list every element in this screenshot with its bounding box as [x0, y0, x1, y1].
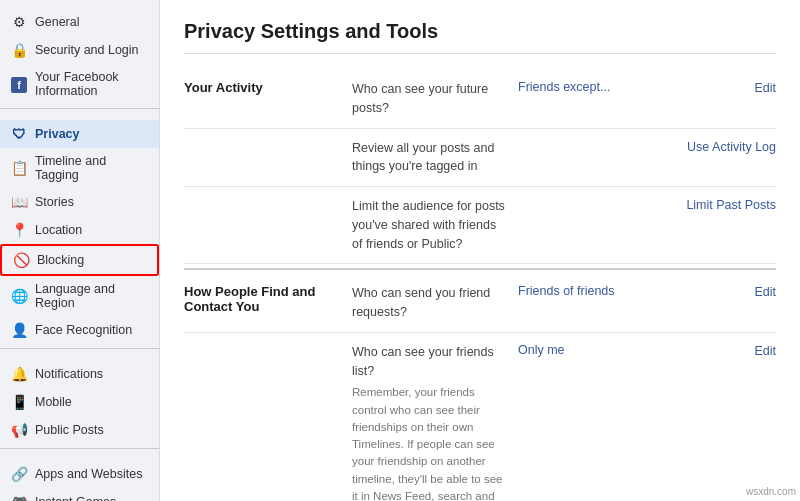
sidebar-label-language: Language and Region	[35, 282, 149, 310]
sidebar-item-face[interactable]: 👤Face Recognition	[0, 316, 159, 344]
row-description-activity-log: Review all your posts and things you're …	[352, 139, 510, 177]
row-action-friends-list[interactable]: Edit	[754, 344, 776, 358]
sidebar-icon-mobile: 📱	[10, 394, 28, 410]
sidebar-item-notifications[interactable]: 🔔Notifications	[0, 360, 159, 388]
sidebar-label-privacy: Privacy	[35, 127, 79, 141]
row-desc-text-future-posts: Who can see your future posts?	[352, 80, 510, 118]
sidebar-label-general: General	[35, 15, 79, 29]
sidebar-label-face: Face Recognition	[35, 323, 132, 337]
row-desc-text-activity-log: Review all your posts and things you're …	[352, 139, 510, 177]
sidebar-icon-stories: 📖	[10, 194, 28, 210]
sidebar-item-stories[interactable]: 📖Stories	[0, 188, 159, 216]
sidebar-icon-facebook-info: f	[10, 76, 28, 93]
settings-container: Your ActivityWho can see your future pos…	[184, 70, 776, 501]
settings-row-friends-list: Who can see your friends list?Remember, …	[184, 333, 776, 501]
sidebar-icon-location: 📍	[10, 222, 28, 238]
row-desc-text-friends-list: Who can see your friends list?	[352, 343, 510, 381]
row-action-activity-log[interactable]: Use Activity Log	[687, 140, 776, 154]
sidebar-icon-blocking: 🚫	[12, 252, 30, 268]
sidebar-label-timeline: Timeline and Tagging	[35, 154, 149, 182]
sidebar-label-security: Security and Login	[35, 43, 139, 57]
sidebar-item-blocking[interactable]: 🚫Blocking	[0, 244, 159, 276]
sidebar-icon-apps: 🔗	[10, 466, 28, 482]
section-divider-0	[184, 268, 776, 270]
row-value-friend-requests: Friends of friends	[518, 284, 648, 298]
sidebar-item-public-posts[interactable]: 📢Public Posts	[0, 416, 159, 444]
sidebar-label-public-posts: Public Posts	[35, 423, 104, 437]
row-action-col-friends-list: Edit	[656, 343, 776, 358]
sidebar-item-mobile[interactable]: 📱Mobile	[0, 388, 159, 416]
sidebar-item-location[interactable]: 📍Location	[0, 216, 159, 244]
sidebar: ⚙General🔒Security and LoginfYour Faceboo…	[0, 0, 160, 501]
row-value-future-posts: Friends except...	[518, 80, 648, 94]
sidebar-item-timeline[interactable]: 📋Timeline and Tagging	[0, 148, 159, 188]
row-action-col-activity-log: Use Activity Log	[656, 139, 776, 154]
sidebar-icon-face: 👤	[10, 322, 28, 338]
sidebar-label-apps: Apps and Websites	[35, 467, 142, 481]
row-extra-desc-friends-list: Remember, your friends control who can s…	[352, 384, 510, 501]
watermark: wsxdn.com	[746, 486, 796, 497]
sidebar-item-language[interactable]: 🌐Language and Region	[0, 276, 159, 316]
main-content: Privacy Settings and Tools Your Activity…	[160, 0, 800, 501]
sidebar-icon-timeline: 📋	[10, 160, 28, 176]
row-action-friend-requests[interactable]: Edit	[754, 285, 776, 299]
sidebar-icon-general: ⚙	[10, 14, 28, 30]
row-action-future-posts[interactable]: Edit	[754, 81, 776, 95]
settings-row-limit-past: Limit the audience for posts you've shar…	[184, 187, 776, 264]
sidebar-icon-public-posts: 📢	[10, 422, 28, 438]
row-description-future-posts: Who can see your future posts?	[352, 80, 510, 118]
row-desc-text-limit-past: Limit the audience for posts you've shar…	[352, 197, 510, 253]
row-description-limit-past: Limit the audience for posts you've shar…	[352, 197, 510, 253]
row-action-col-limit-past: Limit Past Posts	[656, 197, 776, 212]
sidebar-label-notifications: Notifications	[35, 367, 103, 381]
sidebar-label-stories: Stories	[35, 195, 74, 209]
page-title: Privacy Settings and Tools	[184, 20, 776, 54]
sidebar-label-facebook-info: Your Facebook Information	[35, 70, 149, 98]
sidebar-icon-security: 🔒	[10, 42, 28, 58]
sidebar-icon-notifications: 🔔	[10, 366, 28, 382]
sidebar-label-blocking: Blocking	[37, 253, 84, 267]
settings-row-activity-log: Review all your posts and things you're …	[184, 129, 776, 188]
row-value-friends-list: Only me	[518, 343, 648, 357]
row-action-col-friend-requests: Edit	[656, 284, 776, 299]
sidebar-item-security[interactable]: 🔒Security and Login	[0, 36, 159, 64]
section-label-how-find: How People Find and Contact You	[184, 284, 344, 314]
row-description-friends-list: Who can see your friends list?Remember, …	[352, 343, 510, 501]
section-label-your-activity: Your Activity	[184, 80, 344, 95]
sidebar-icon-instant-games: 🎮	[10, 494, 28, 501]
sidebar-item-general[interactable]: ⚙General	[0, 8, 159, 36]
sidebar-label-mobile: Mobile	[35, 395, 72, 409]
settings-row-future-posts: Your ActivityWho can see your future pos…	[184, 70, 776, 129]
sidebar-label-instant-games: Instant Games	[35, 495, 116, 501]
sidebar-item-instant-games[interactable]: 🎮Instant Games	[0, 488, 159, 501]
row-desc-text-friend-requests: Who can send you friend requests?	[352, 284, 510, 322]
sidebar-item-privacy[interactable]: 🛡Privacy	[0, 120, 159, 148]
sidebar-icon-language: 🌐	[10, 288, 28, 304]
settings-row-friend-requests: How People Find and Contact YouWho can s…	[184, 274, 776, 333]
sidebar-item-apps[interactable]: 🔗Apps and Websites	[0, 460, 159, 488]
row-action-limit-past[interactable]: Limit Past Posts	[686, 198, 776, 212]
sidebar-item-facebook-info[interactable]: fYour Facebook Information	[0, 64, 159, 104]
row-action-col-future-posts: Edit	[656, 80, 776, 95]
row-description-friend-requests: Who can send you friend requests?	[352, 284, 510, 322]
sidebar-icon-privacy: 🛡	[10, 126, 28, 142]
sidebar-label-location: Location	[35, 223, 82, 237]
